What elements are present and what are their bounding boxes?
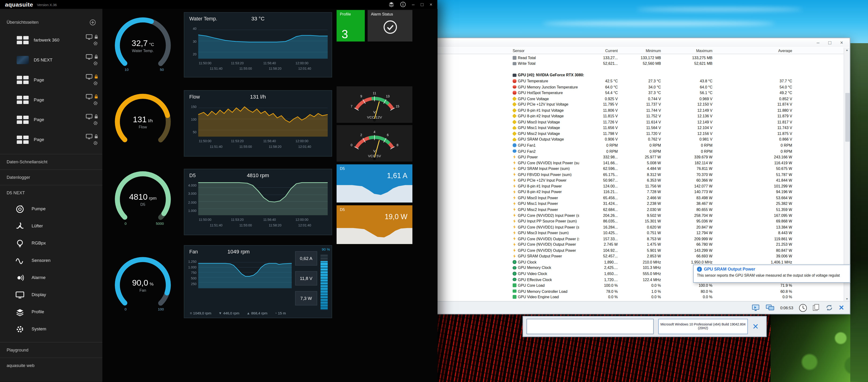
lock-icon[interactable]: [94, 134, 98, 139]
gear-icon[interactable]: [93, 41, 98, 45]
minimize-icon[interactable]: –: [816, 40, 819, 45]
table-row[interactable]: GPU 8-pin #1 Input Power 124.00... 11.75…: [437, 183, 844, 189]
sidebar-item-luefter[interactable]: Lüfter: [0, 218, 102, 235]
sync-settings-icon[interactable]: [825, 304, 833, 312]
gear-icon[interactable]: [93, 120, 98, 125]
table-row[interactable]: GPU Misc0 Input Voltage 11.726 V 11.614 …: [437, 119, 844, 125]
lock-icon[interactable]: [94, 54, 98, 59]
dialog-list-field[interactable]: [526, 319, 654, 334]
table-row[interactable]: GPU SRAM Output Voltage 0.906 V 0.762 V …: [437, 136, 844, 142]
table-row[interactable]: Read Total 133,27... 133,172 MB 133,275 …: [437, 55, 844, 61]
table-row[interactable]: GPU Video Engine Load 0.0 % 0.0 % 0.0 % …: [437, 294, 844, 300]
close-window-icon[interactable]: ✕: [839, 304, 844, 311]
lock-icon[interactable]: [94, 34, 98, 39]
table-row[interactable]: GPU Fan1 0 RPM 0 RPM 0 RPM 0 RPM: [437, 142, 844, 148]
table-row[interactable]: GPU Core (NVVDD1) Input Power (sum) 16.2…: [437, 224, 844, 230]
table-row[interactable]: GPU Fan2 0 RPM 0 RPM 0 RPM 0 RPM: [437, 148, 844, 154]
table-row[interactable]: [437, 66, 844, 72]
sidebar-section-quick-view[interactable]: Daten-Schnellansicht: [0, 154, 102, 169]
sidebar-item-page-6[interactable]: Page: [0, 130, 102, 150]
sidebar-item-profile[interactable]: Profile: [0, 303, 102, 320]
sidebar-item-rgbpx[interactable]: RGBpx: [0, 235, 102, 252]
gear-icon[interactable]: [93, 100, 98, 105]
column-current[interactable]: Current: [579, 49, 618, 53]
column-average[interactable]: Average: [712, 49, 792, 53]
gear-icon[interactable]: [93, 81, 98, 86]
table-row[interactable]: GPU 8-pin #2 Input Power 116.21... 7.728…: [437, 189, 844, 195]
close-icon[interactable]: ×: [840, 40, 843, 45]
table-row[interactable]: GPU Core (NVVDD) Output Power 104.92... …: [437, 247, 844, 253]
vertical-scrollbar[interactable]: ▲ ▼: [844, 47, 850, 301]
table-row[interactable]: GPU FBVDD Input Power (sum) 65.175... 8.…: [437, 171, 844, 178]
table-row[interactable]: GPU Temperature 42.5 °C 27.3 °C 43.8 °C …: [437, 78, 844, 84]
column-sensor[interactable]: Sensor: [513, 49, 525, 53]
column-minimum[interactable]: Minimum: [618, 49, 661, 53]
scrollbar-thumb[interactable]: [845, 93, 849, 142]
table-row[interactable]: GPU Misc2 Input Power 62.684... 2.030 W …: [437, 206, 844, 212]
aquasuite-titlebar[interactable]: aquasuite Version X.36 – □ ×: [0, 0, 437, 9]
table-row[interactable]: Write Total 52,621... 52,560 MB 52,621 M…: [437, 61, 844, 66]
maximize-icon[interactable]: □: [421, 2, 424, 7]
sidebar-item-display[interactable]: Display: [0, 286, 102, 303]
table-row[interactable]: GPU Core (NVVDD) Input Power (sum) 141.6…: [437, 160, 844, 166]
add-page-icon[interactable]: [90, 19, 96, 25]
sidebar-section-playground[interactable]: Playground: [0, 342, 102, 357]
sidebar-item-d5-next-page[interactable]: D5 NEXT: [0, 50, 102, 70]
sidebar-item-alarme[interactable]: Alarme: [0, 269, 102, 286]
column-maximum[interactable]: Maximum: [661, 49, 712, 53]
close-icon[interactable]: ×: [430, 2, 432, 7]
table-row[interactable]: GPU Misc0 Input Power 65.456... 2.466 W …: [437, 195, 844, 201]
sidebar-item-sensoren[interactable]: Sensoren: [0, 252, 102, 269]
scroll-down-icon[interactable]: ▼: [844, 297, 850, 300]
sidebar-section-aquasuite-web[interactable]: aquasuite web: [0, 358, 102, 373]
table-row[interactable]: GPU SRAM Input Power (sum) 62.596... 4.4…: [437, 166, 844, 171]
table-row[interactable]: GPU Clock 1,890.... 210.0 MHz 1,950.0 MH…: [437, 259, 844, 265]
table-row[interactable]: GPU Core Load 100.0 % 0.0 % 100.0 % 71.9…: [437, 283, 844, 288]
table-row[interactable]: GPU Misc1 Input Voltage 11.656 V 11.564 …: [437, 125, 844, 131]
table-row[interactable]: GPU Misc1 Input Power 31.424... 2.238 W …: [437, 201, 844, 206]
unlock-icon[interactable]: [94, 94, 98, 99]
sidebar-section-overview[interactable]: Übersichtsseiten: [0, 14, 102, 30]
sensor-window-titlebar[interactable]: – □ ×: [437, 38, 850, 47]
layers-icon[interactable]: [389, 2, 394, 7]
maximize-icon[interactable]: □: [828, 40, 831, 45]
sidebar-section-datalogger[interactable]: Datenlogger: [0, 169, 102, 185]
info-icon[interactable]: [400, 2, 406, 7]
minimize-icon[interactable]: –: [412, 2, 414, 7]
gear-icon[interactable]: [93, 61, 98, 65]
unlock-icon[interactable]: [94, 74, 98, 79]
table-row[interactable]: GPU PCIe +12V Input Voltage 11.795 V 11.…: [437, 101, 844, 107]
table-row[interactable]: GPU Power 332.98... 25.977 W 339.679 W 2…: [437, 154, 844, 160]
sidebar-section-d5next[interactable]: D5 NEXT: [0, 185, 102, 200]
table-row[interactable]: GPU Memory Junction Temperature 64.0 °C …: [437, 84, 844, 90]
table-row[interactable]: GPU Input PP Source Power (sum) 86.035..…: [437, 218, 844, 224]
table-row[interactable]: GPU [#0]: NVIDIA GeForce RTX 3080:: [437, 72, 844, 78]
copy-icon[interactable]: [813, 304, 820, 312]
gear-icon[interactable]: [93, 140, 98, 145]
lock-icon[interactable]: [94, 114, 98, 119]
profile-tile[interactable]: Profile 3: [337, 10, 365, 41]
table-row[interactable]: GPU PCIe +12V Input Power 50.967... 6.35…: [437, 178, 844, 183]
sidebar-item-page-4[interactable]: Page: [0, 90, 102, 109]
table-row[interactable]: GPU Core (NVVDD) Output Power (sum) 157.…: [437, 236, 844, 242]
sidebar-item-page-3[interactable]: Page: [0, 70, 102, 90]
dialog-close-icon[interactable]: ✕: [752, 322, 759, 331]
table-row[interactable]: GPU 8-pin #1 Input Voltage 11.806 V 11.7…: [437, 107, 844, 113]
table-row[interactable]: GPU Memory Controller Load 78.0 % 1.0 % …: [437, 288, 844, 294]
sidebar-item-system[interactable]: System: [0, 321, 102, 338]
table-row[interactable]: GPU Misc2 Input Voltage 11.798 V 11.720 …: [437, 131, 844, 136]
sensor-table-header[interactable]: Sensor Current Minimum Maximum Average: [437, 47, 844, 54]
table-row[interactable]: GPU 8-pin #2 Input Voltage 11.815 V 11.7…: [437, 113, 844, 119]
table-row[interactable]: GPU Core Voltage 0.925 V 0.744 V 0.969 V…: [437, 96, 844, 102]
clock-icon[interactable]: [799, 304, 807, 312]
dual-monitor-icon[interactable]: [766, 304, 775, 311]
sidebar-item-pumpe[interactable]: Pumpe: [0, 200, 102, 218]
table-row[interactable]: GPU HotSpot Temperature 54.4 °C 37.3 °C …: [437, 90, 844, 96]
remote-monitor-icon[interactable]: [751, 304, 760, 311]
table-row[interactable]: GPU SRAM Output Power 52.457... 2.853 W …: [437, 253, 844, 259]
sidebar-item-farbwerk-360[interactable]: farbwerk 360: [0, 30, 102, 50]
table-row[interactable]: GPU Misc3 Input Power (sum) 10.425... 0.…: [437, 230, 844, 236]
sidebar-item-page-5[interactable]: Page: [0, 109, 102, 130]
table-row[interactable]: GPU Core (NVVDD) Output Power 2.745 W 1.…: [437, 242, 844, 247]
table-row[interactable]: GPU Core (NVVDD2) Input Power (sum) 204.…: [437, 212, 844, 218]
